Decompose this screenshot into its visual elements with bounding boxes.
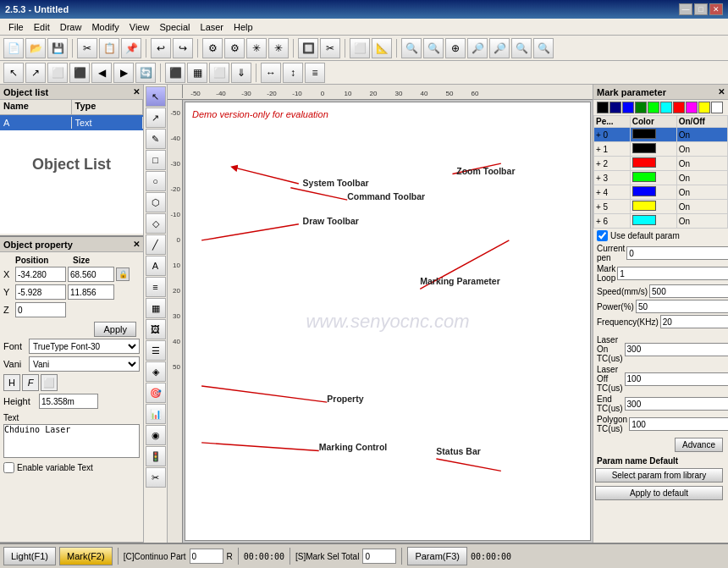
menu-help[interactable]: Help xyxy=(229,21,258,33)
frequency-input[interactable] xyxy=(660,315,728,328)
draw-chart[interactable]: 📊 xyxy=(146,404,166,424)
menu-view[interactable]: View xyxy=(124,21,155,33)
pen-row-4[interactable]: + 4 On xyxy=(594,185,728,200)
laser-off-input[interactable] xyxy=(625,372,728,386)
laser-on-input[interactable] xyxy=(625,343,728,356)
tool-a[interactable]: ⚙ xyxy=(202,38,223,58)
mark-loop-input[interactable] xyxy=(617,267,728,280)
prop-width-input[interactable] xyxy=(68,267,114,282)
zoom-a[interactable]: 🔎 xyxy=(467,38,488,58)
tool-f[interactable]: ✂ xyxy=(320,38,340,58)
open-button[interactable]: 📂 xyxy=(25,38,46,58)
draw-diamond[interactable]: ◈ xyxy=(146,361,166,382)
swatch-red[interactable] xyxy=(673,102,685,113)
menu-file[interactable]: File xyxy=(3,21,29,33)
cmd-g[interactable]: ▦ xyxy=(187,63,207,83)
prop-x-input[interactable] xyxy=(15,267,66,282)
cmd-e[interactable]: 🔄 xyxy=(135,63,156,83)
cmd-a[interactable]: ⬜ xyxy=(47,63,68,83)
swatch-lime[interactable] xyxy=(648,102,659,113)
menu-modify[interactable]: Modify xyxy=(86,21,124,33)
minimize-button[interactable]: — xyxy=(679,3,692,15)
swatch-black[interactable] xyxy=(597,102,609,113)
zoom-d[interactable]: 🔍 xyxy=(533,38,554,58)
maximize-button[interactable]: □ xyxy=(694,3,708,15)
pen-row-1[interactable]: + 1 On xyxy=(594,142,728,157)
undo-button[interactable]: ↩ xyxy=(151,38,171,58)
swatch-navy[interactable] xyxy=(609,102,621,113)
draw-pen[interactable]: ✎ xyxy=(146,129,166,149)
draw-ellipse[interactable]: ○ xyxy=(146,171,166,191)
enable-variable-checkbox[interactable] xyxy=(3,462,14,473)
close-button[interactable]: ✕ xyxy=(709,3,723,15)
menu-draw[interactable]: Draw xyxy=(55,21,87,33)
text-content-input[interactable]: Chduino Laser xyxy=(3,424,140,458)
draw-rect[interactable]: □ xyxy=(146,150,166,170)
prop-y-input[interactable] xyxy=(15,284,66,300)
tool-h[interactable]: 📐 xyxy=(372,38,392,58)
continue-part-input[interactable] xyxy=(190,549,223,564)
underline-button[interactable]: ⬜ xyxy=(41,374,58,391)
current-pen-input[interactable] xyxy=(626,246,728,260)
tool-d[interactable]: ✳ xyxy=(268,38,289,58)
apply-button[interactable]: Apply xyxy=(94,322,136,337)
draw-traffic[interactable]: 🚦 xyxy=(146,446,166,466)
drawing-canvas[interactable]: Demo version-only for evaluation www.sen… xyxy=(185,102,591,541)
cmd-h[interactable]: ⬜ xyxy=(209,63,229,83)
tool-c[interactable]: ✳ xyxy=(246,38,267,58)
draw-polygon[interactable]: ⬡ xyxy=(146,192,166,212)
pen-row-0[interactable]: + 0 On xyxy=(594,128,728,142)
cmd-f[interactable]: ⬛ xyxy=(165,63,185,83)
cmd-b[interactable]: ⬛ xyxy=(69,63,90,83)
param-f3-button[interactable]: Param(F3) xyxy=(407,547,467,565)
draw-circle-target[interactable]: 🎯 xyxy=(146,383,166,403)
zoom-out-button[interactable]: 🔍 xyxy=(423,38,444,58)
font-select[interactable]: TrueType Font-30 xyxy=(29,339,140,354)
speed-input[interactable] xyxy=(649,284,728,298)
cmd-j[interactable]: ↔ xyxy=(261,63,281,83)
swatch-yellow[interactable] xyxy=(698,102,710,113)
cmd-i[interactable]: ⇓ xyxy=(231,63,251,83)
tool-b[interactable]: ⚙ xyxy=(224,38,245,58)
vani-select[interactable]: Vani xyxy=(29,356,140,372)
height-text-input[interactable] xyxy=(39,394,98,409)
save-button[interactable]: 💾 xyxy=(47,38,68,58)
property-close[interactable]: ✕ xyxy=(133,240,140,249)
tool-g[interactable]: ⬜ xyxy=(350,38,370,58)
zoom-in-button[interactable]: 🔍 xyxy=(401,38,422,58)
draw-barcode[interactable]: ≡ xyxy=(146,277,166,297)
draw-qr[interactable]: ▦ xyxy=(146,298,166,318)
mark-button[interactable]: Mark(F2) xyxy=(59,547,113,565)
draw-select[interactable]: ↖ xyxy=(146,86,166,107)
pen-row-2[interactable]: + 2 On xyxy=(594,157,728,171)
cmd-c[interactable]: ◀ xyxy=(91,63,112,83)
swatch-green[interactable] xyxy=(635,102,647,113)
swatch-white[interactable] xyxy=(711,102,723,113)
prop-height-input[interactable] xyxy=(68,284,114,300)
draw-node[interactable]: ↗ xyxy=(146,108,166,128)
italic-button[interactable]: F xyxy=(22,374,39,391)
draw-scissor[interactable]: ✂ xyxy=(146,467,166,488)
swatch-cyan[interactable] xyxy=(660,102,672,113)
apply-default-button[interactable]: Apply to default xyxy=(595,486,723,500)
mark-sel-input[interactable] xyxy=(362,549,396,564)
bold-button[interactable]: H xyxy=(3,374,20,391)
zoom-fit-button[interactable]: ⊕ xyxy=(445,38,466,58)
swatch-magenta[interactable] xyxy=(686,102,698,113)
object-list-body[interactable]: A Text Object List xyxy=(0,115,143,234)
pen-row-3[interactable]: + 3 On xyxy=(594,171,728,185)
draw-image[interactable]: 🖼 xyxy=(146,319,166,339)
cmd-k[interactable]: ↕ xyxy=(283,63,303,83)
draw-line[interactable]: ╱ xyxy=(146,234,166,255)
list-item[interactable]: A Text xyxy=(0,115,143,130)
draw-ring[interactable]: ◉ xyxy=(146,425,166,445)
lock-icon[interactable]: 🔒 xyxy=(116,267,130,281)
zoom-b[interactable]: 🔎 xyxy=(489,38,510,58)
draw-hatch[interactable]: ☰ xyxy=(146,340,166,361)
select-param-button[interactable]: Select param from library xyxy=(595,468,723,483)
cmd-node[interactable]: ↗ xyxy=(25,63,46,83)
end-tc-input[interactable] xyxy=(625,397,728,411)
polygon-tc-input[interactable] xyxy=(629,417,728,431)
pen-row-5[interactable]: + 5 On xyxy=(594,200,728,214)
menu-laser[interactable]: Laser xyxy=(196,21,229,33)
